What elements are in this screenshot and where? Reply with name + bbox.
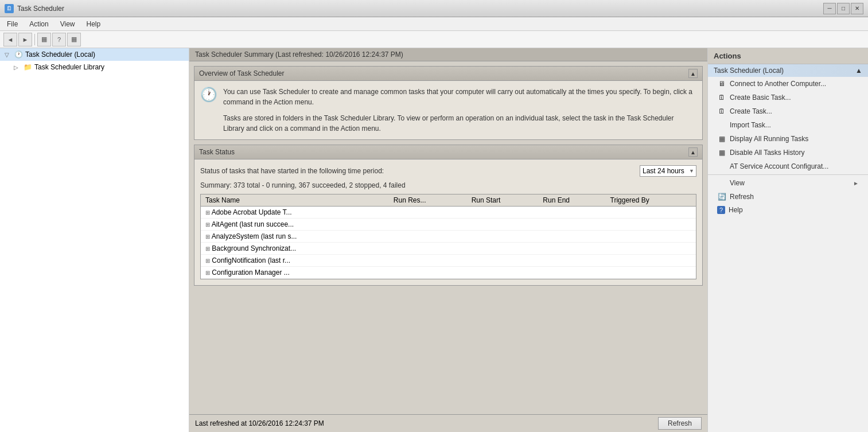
action-refresh[interactable]: 🔄 Refresh <box>708 190 868 204</box>
overview-title: Overview of Task Scheduler <box>199 69 285 77</box>
table-row[interactable]: ⊞ AitAgent (last run succee... <box>201 219 696 231</box>
connect-icon: 🖥 <box>717 79 726 88</box>
task-cell-runEnd <box>538 231 605 243</box>
summary-text: Summary: 373 total - 0 running, 367 succ… <box>200 181 696 189</box>
import-icon <box>717 120 726 130</box>
create-task-icon: 🗓 <box>717 107 726 116</box>
content-header: Task Scheduler Summary (Last refreshed: … <box>189 48 707 61</box>
minimize-button[interactable]: ─ <box>823 3 836 14</box>
time-period-select[interactable]: Last 24 hours Last hour Last 7 days Last… <box>640 165 696 177</box>
clock-icon: 🕐 <box>14 50 23 59</box>
toolbar-show-hide[interactable]: ▦ <box>37 33 51 46</box>
task-cell-triggeredBy <box>606 207 696 219</box>
action-help[interactable]: ? Help <box>708 204 868 216</box>
content-scroll: Overview of Task Scheduler ▲ 🕐 You can u… <box>189 61 707 414</box>
toolbar-back[interactable]: ◄ <box>3 33 17 46</box>
toolbar-forward[interactable]: ► <box>18 33 32 46</box>
overview-text: You can use Task Scheduler to create and… <box>223 87 696 134</box>
action-display-running[interactable]: ▦ Display All Running Tasks <box>708 132 868 146</box>
table-row[interactable]: ⊞ Configuration Manager ... <box>201 267 696 279</box>
table-row[interactable]: ⊞ AnalyzeSystem (last run s... <box>201 231 696 243</box>
menu-action[interactable]: Action <box>25 19 53 29</box>
col-triggered-by: Triggered By <box>606 194 696 207</box>
action-create-task-label: Create Task... <box>730 107 772 115</box>
action-disable-history-label: Disable All Tasks History <box>730 149 805 157</box>
app-icon: 🗓 <box>5 4 14 13</box>
task-name-cell: ⊞ AitAgent (last run succee... <box>201 219 389 231</box>
task-cell-runResult <box>389 219 467 231</box>
action-view[interactable]: View ► <box>708 176 868 190</box>
task-status-content: Status of tasks that have started in the… <box>194 159 702 285</box>
action-group-header[interactable]: Task Scheduler (Local) ▲ <box>708 64 868 77</box>
task-status-row: Status of tasks that have started in the… <box>200 165 696 177</box>
action-create-task[interactable]: 🗓 Create Task... <box>708 104 868 118</box>
overview-clock-icon: 🕐 <box>200 87 217 103</box>
content-footer: Last refreshed at 10/26/2016 12:24:37 PM… <box>189 414 707 432</box>
task-cell-runStart <box>467 243 539 255</box>
action-create-basic[interactable]: 🗓 Create Basic Task... <box>708 91 868 104</box>
refresh-button[interactable]: Refresh <box>658 417 702 430</box>
task-table-wrapper: Task Name Run Res... Run Start Run End T… <box>200 194 696 279</box>
task-cell-runEnd <box>538 243 605 255</box>
overview-content: 🕐 You can use Task Scheduler to create a… <box>194 81 702 139</box>
task-table: Task Name Run Res... Run Start Run End T… <box>201 194 696 279</box>
task-cell-runResult <box>389 207 467 219</box>
action-import-label: Import Task... <box>730 121 771 129</box>
folder-icon: 📁 <box>23 63 32 72</box>
action-group-arrow: ▲ <box>855 67 862 75</box>
action-create-basic-label: Create Basic Task... <box>730 94 791 102</box>
tree-item-root[interactable]: ▽ 🕐 Task Scheduler (Local) <box>0 48 189 61</box>
tree-item-label-root: Task Scheduler (Local) <box>25 50 95 59</box>
menu-bar: File Action View Help <box>0 17 868 31</box>
window-controls: ─ □ ✕ <box>823 3 863 14</box>
table-row[interactable]: ⊞ ConfigNotification (last r... <box>201 255 696 267</box>
overview-section: Overview of Task Scheduler ▲ 🕐 You can u… <box>194 66 703 140</box>
task-table-body: ⊞ Adobe Acrobat Update T...⊞ AitAgent (l… <box>201 207 696 279</box>
menu-file[interactable]: File <box>2 19 22 29</box>
table-header-row: Task Name Run Res... Run Start Run End T… <box>201 194 696 207</box>
action-at-service-label: AT Service Account Configurat... <box>730 162 828 170</box>
toolbar-properties[interactable]: ▦ <box>67 33 81 46</box>
task-cell-runResult <box>389 231 467 243</box>
action-connect[interactable]: 🖥 Connect to Another Computer... <box>708 77 868 91</box>
table-row[interactable]: ⊞ Adobe Acrobat Update T... <box>201 207 696 219</box>
task-status-header[interactable]: Task Status ▲ <box>194 145 702 159</box>
task-name-cell: ⊞ Background Synchronizat... <box>201 243 389 255</box>
action-view-label: View <box>730 179 850 187</box>
tree-item-library[interactable]: ▷ 📁 Task Scheduler Library <box>0 61 189 73</box>
task-cell-runStart <box>467 267 539 279</box>
action-import[interactable]: Import Task... <box>708 118 868 132</box>
display-running-icon: ▦ <box>717 134 726 143</box>
task-cell-triggeredBy <box>606 243 696 255</box>
help-icon: ? <box>717 206 725 214</box>
action-at-service[interactable]: AT Service Account Configurat... <box>708 159 868 173</box>
col-run-result: Run Res... <box>389 194 467 207</box>
main-layout: ▽ 🕐 Task Scheduler (Local) ▷ 📁 Task Sche… <box>0 48 868 432</box>
action-connect-label: Connect to Another Computer... <box>730 80 826 88</box>
task-cell-runStart <box>467 231 539 243</box>
task-cell-triggeredBy <box>606 219 696 231</box>
close-button[interactable]: ✕ <box>851 3 863 14</box>
task-cell-runStart <box>467 207 539 219</box>
view-arrow: ► <box>853 180 859 186</box>
task-cell-runResult <box>389 255 467 267</box>
action-disable-history[interactable]: ▦ Disable All Tasks History <box>708 146 868 159</box>
toolbar: ◄ ► ▦ ? ▦ <box>0 31 868 48</box>
overview-collapse-btn[interactable]: ▲ <box>688 69 698 78</box>
toolbar-help[interactable]: ? <box>52 33 66 46</box>
menu-view[interactable]: View <box>56 19 80 29</box>
window-title: Task Scheduler <box>17 5 64 13</box>
action-separator-1 <box>708 174 868 175</box>
create-basic-icon: 🗓 <box>717 93 726 102</box>
maximize-button[interactable]: □ <box>837 3 850 14</box>
at-service-icon <box>717 162 726 171</box>
task-status-collapse-btn[interactable]: ▲ <box>688 147 698 157</box>
col-run-end: Run End <box>538 194 605 207</box>
action-group-title: Task Scheduler (Local) <box>714 67 784 75</box>
task-cell-runResult <box>389 243 467 255</box>
menu-help[interactable]: Help <box>82 19 106 29</box>
table-row[interactable]: ⊞ Background Synchronizat... <box>201 243 696 255</box>
task-status-section: Task Status ▲ Status of tasks that have … <box>194 145 703 286</box>
actions-header: Actions <box>708 48 868 64</box>
overview-header[interactable]: Overview of Task Scheduler ▲ <box>194 67 702 81</box>
